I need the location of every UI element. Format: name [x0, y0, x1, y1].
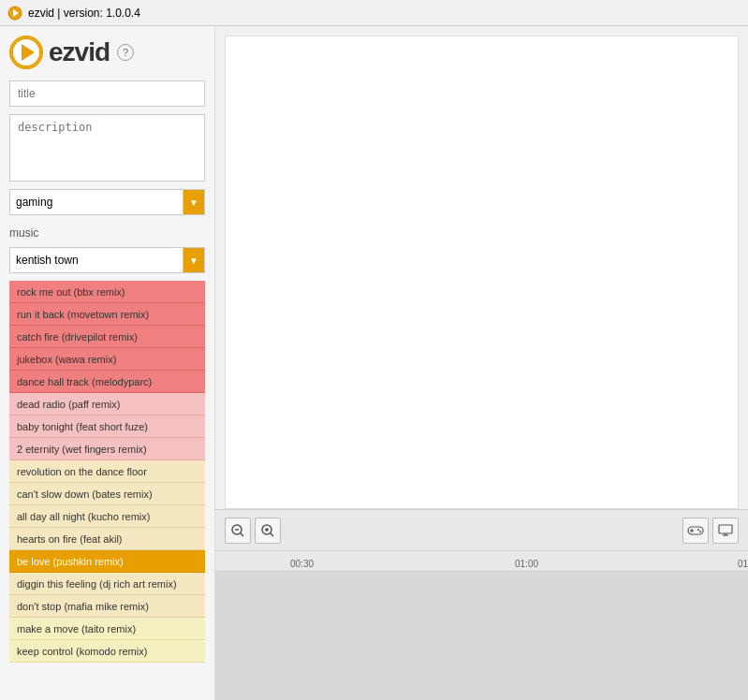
music-dropdown-arrow[interactable]: ▼ — [183, 247, 205, 273]
track-item[interactable]: don't stop (mafia mike remix) — [9, 595, 205, 618]
track-item[interactable]: be love (pushkin remix) — [9, 550, 205, 573]
track-item[interactable]: dead radio (paff remix) — [9, 393, 205, 416]
track-list: rock me out (bbx remix)run it back (move… — [9, 281, 205, 691]
svg-rect-17 — [719, 525, 732, 533]
zoom-in-button[interactable] — [255, 518, 281, 544]
svg-point-16 — [699, 531, 701, 532]
monitor-icon — [718, 524, 733, 537]
track-item[interactable]: make a move (taito remix) — [9, 618, 205, 640]
logo-area: ezvid ? — [9, 36, 205, 69]
monitor-button[interactable] — [712, 518, 739, 544]
track-item[interactable]: jukebox (wawa remix) — [9, 348, 205, 371]
track-item[interactable]: revolution on the dance floor — [9, 460, 205, 483]
track-item[interactable]: run it back (movetown remix) — [9, 303, 205, 326]
track-item[interactable]: catch fire (drivepilot remix) — [9, 326, 205, 348]
titlebar-text: ezvid | version: 1.0.0.4 — [28, 7, 140, 20]
track-item[interactable]: dance hall track (melodyparc) — [9, 371, 205, 393]
help-button[interactable]: ? — [117, 44, 134, 61]
app-icon — [7, 6, 22, 21]
track-item[interactable]: all day all night (kucho remix) — [9, 505, 205, 528]
right-panel: 00:30 01:00 01:30 — [215, 26, 748, 700]
logo-icon — [9, 36, 43, 69]
timeline-content — [215, 572, 748, 700]
gamepad-button[interactable] — [682, 518, 709, 544]
description-input[interactable] — [9, 114, 205, 182]
track-list-container: rock me out (bbx remix)run it back (move… — [9, 281, 205, 691]
logo-text: ezvid — [49, 37, 110, 67]
app-container: ezvid ? gaming ▼ music kentish town ▼ ro… — [0, 26, 748, 700]
track-item[interactable]: 2 eternity (wet fingers remix) — [9, 438, 205, 460]
music-container: kentish town ▼ — [9, 247, 205, 273]
svg-point-15 — [697, 529, 699, 531]
track-item[interactable]: can't slow down (bates remix) — [9, 483, 205, 505]
track-item[interactable]: keep control (komodo remix) — [9, 640, 205, 663]
gamepad-icon — [687, 525, 704, 536]
toolbar-right — [682, 518, 739, 544]
timeline-ruler: 00:30 01:00 01:30 — [215, 551, 748, 572]
music-select-display[interactable]: kentish town — [9, 247, 183, 273]
svg-line-11 — [271, 532, 274, 536]
titlebar: ezvid | version: 1.0.0.4 — [0, 0, 748, 26]
zoom-out-button[interactable] — [225, 518, 251, 544]
zoom-out-icon — [231, 524, 244, 537]
track-item[interactable]: baby tonight (feat short fuze) — [9, 416, 205, 438]
left-panel: ezvid ? gaming ▼ music kentish town ▼ ro… — [0, 26, 215, 700]
track-item[interactable]: hearts on fire (feat akil) — [9, 528, 205, 550]
timeline-mark-2: 01:00 — [515, 559, 538, 569]
category-dropdown-arrow[interactable]: ▼ — [183, 189, 205, 215]
music-label: music — [9, 226, 205, 240]
preview-area — [225, 36, 739, 509]
toolbar — [215, 509, 748, 550]
timeline-mark-3: 01:30 — [738, 559, 748, 569]
category-container: gaming ▼ — [9, 189, 205, 215]
category-select[interactable]: gaming — [9, 189, 183, 215]
timeline-area: 00:30 01:00 01:30 — [215, 550, 748, 700]
title-input[interactable] — [9, 80, 205, 107]
track-item[interactable]: rock me out (bbx remix) — [9, 281, 205, 303]
svg-line-7 — [241, 532, 244, 536]
zoom-in-icon — [261, 524, 274, 537]
timeline-mark-1: 00:30 — [290, 559, 314, 569]
track-item[interactable]: diggin this feeling (dj rich art remix) — [9, 573, 205, 595]
